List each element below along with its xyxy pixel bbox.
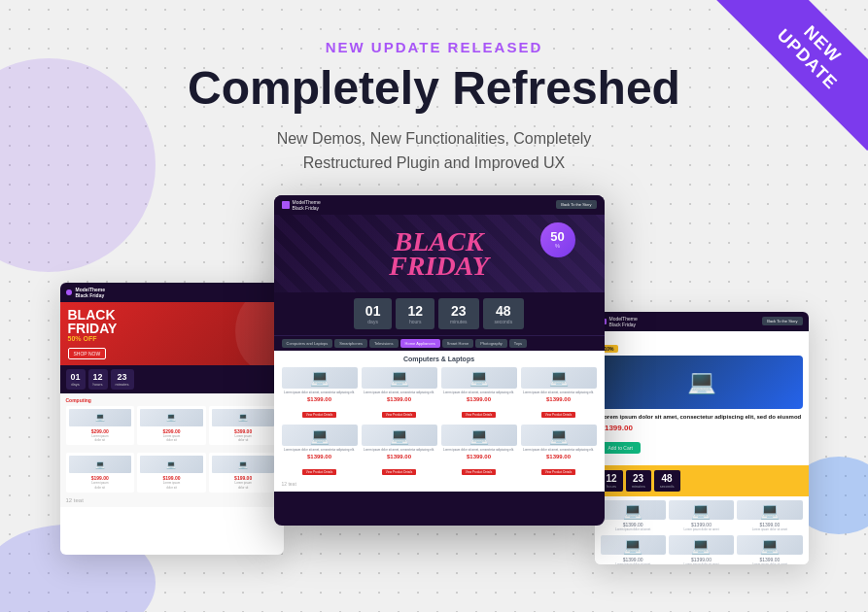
list-item: 💻 $299.00 Lorem ipsumdolor sit <box>66 406 135 445</box>
product-image: 💻 <box>69 456 132 473</box>
table-row: 💻 Lorem ipsum dolor sit amet, consectetu… <box>282 367 358 420</box>
view-product-btn[interactable]: View Product Details <box>462 412 497 418</box>
right-logo: ModelThemeBlack Friday <box>601 316 638 327</box>
right-product-image: 💻 <box>601 356 803 409</box>
screen-right: ModelThemeBlack Friday Back To the Story… <box>595 312 809 564</box>
product-image: 💻 <box>441 367 517 389</box>
product-image: 💻 <box>669 535 734 555</box>
view-product-btn[interactable]: View Product Details <box>302 412 337 418</box>
left-hero: BLACK FRIDAY 50% OFF SHOP NOW <box>60 302 284 365</box>
table-row: 💻 Lorem ipsum dolor sit amet, consectetu… <box>282 425 358 477</box>
center-countdown: 01 days 12 hours 23 minutes 48 seconds <box>274 292 605 335</box>
nav-item-televisions[interactable]: Televisions <box>369 339 399 348</box>
right-product-title: Lorem ipsum dolor sit amet, consectetur … <box>601 413 803 421</box>
countdown-minutes: 23 minutes <box>111 369 134 390</box>
nav-item-photo[interactable]: Photography <box>475 339 507 348</box>
product-image: 💻 <box>521 425 597 446</box>
table-row: 💻 Lorem ipsum dolor sit amet, consectetu… <box>362 425 437 477</box>
right-products-grid: 💻 $1399.00 Lorem ipsum dolor sit amet 💻 … <box>595 496 809 564</box>
center-section-title: Computers & Laptops <box>282 356 597 362</box>
left-hero-title: BLACK FRIDAY <box>68 308 118 335</box>
nav-item-toys[interactable]: Toys <box>509 339 527 348</box>
countdown-hours: 12 hours <box>88 369 108 390</box>
left-hero-badge: 50% OFF <box>68 335 118 342</box>
list-item: 💻 $199.00 Lorem ipsumdolor sit <box>209 453 278 492</box>
list-item: 💻 $299.00 Lorem ipsumdolor sit <box>137 406 206 445</box>
laptop-icon: 💻 <box>687 368 716 395</box>
view-product-btn[interactable]: View Product Details <box>382 412 417 418</box>
product-image: 💻 <box>212 456 275 473</box>
black-friday-text: BLACK friday <box>389 229 489 278</box>
table-row: 💻 Lorem ipsum dolor sit amet, consectetu… <box>362 367 437 420</box>
right-featured-product: 10% 💻 Lorem ipsum dolor sit amet, consec… <box>595 331 809 465</box>
table-row: 💻 Lorem ipsum dolor sit amet, consectetu… <box>441 367 517 420</box>
product-image: 💻 <box>362 367 437 389</box>
view-product-btn[interactable]: View Product Details <box>462 469 497 475</box>
center-hero-title: BLACK friday <box>389 229 489 278</box>
table-row: 💻 $1399.00 Lorem ipsum dolor sit amet <box>601 500 666 532</box>
product-image: 💻 <box>669 500 734 520</box>
add-to-cart-button[interactable]: Add to Cart <box>601 442 641 454</box>
table-row: 💻 Lorem ipsum dolor sit amet, consectetu… <box>521 425 597 477</box>
right-product-price: $1399.00 <box>601 424 803 432</box>
ribbon-text: NEW UPDATE <box>715 0 868 151</box>
table-row: 💻 $1399.00 Lorem ipsum dolor sit amet <box>669 500 734 532</box>
nav-item-smartphones[interactable]: Smartphones <box>334 339 367 348</box>
left-logo-text: ModelThemeBlack Friday <box>76 287 106 298</box>
left-shop-btn[interactable]: SHOP NOW <box>68 348 107 359</box>
subtitle: New Demos, New Functionalities, Complete… <box>221 126 648 176</box>
left-hero-text: BLACK FRIDAY 50% OFF SHOP NOW <box>68 308 118 359</box>
screenshots-container: ModelThemeBlack Friday BLACK FRIDAY 50% … <box>0 195 868 526</box>
center-top-bar: ModelTheme Black Friday Back To the Stor… <box>274 195 605 215</box>
product-image: 💻 <box>140 409 203 426</box>
product-image: 💻 <box>362 425 437 446</box>
view-product-btn[interactable]: View Product Details <box>382 469 417 475</box>
center-logo-name: ModelTheme Black Friday <box>293 199 321 211</box>
view-product-btn[interactable]: View Product Details <box>541 412 576 418</box>
product-image: 💻 <box>140 456 203 473</box>
right-countdown: 12 hours 23 minutes 48 seconds <box>595 465 809 496</box>
list-item: 💻 $399.00 Lorem ipsumdolor sit <box>209 406 278 445</box>
product-image: 💻 <box>212 409 275 426</box>
center-hero: BLACK friday 50 % <box>274 215 605 292</box>
product-image: 💻 <box>69 409 132 426</box>
center-countdown-seconds: 48 seconds <box>483 298 525 329</box>
right-logo-text: ModelThemeBlack Friday <box>609 316 638 327</box>
screen-center: ModelTheme Black Friday Back To the Stor… <box>274 195 605 526</box>
center-products-section: Computers & Laptops 💻 Lorem ipsum dolor … <box>274 351 605 492</box>
table-row: 💻 Lorem ipsum dolor sit amet, consectetu… <box>441 425 517 477</box>
right-back-button[interactable]: Back To the Story <box>762 317 802 325</box>
table-row: 💻 $1399.00 Lorem ipsum dolor sit amet <box>601 535 666 564</box>
nav-item-home[interactable]: Home Appliances <box>400 339 440 348</box>
view-product-btn[interactable]: View Product Details <box>541 469 576 475</box>
center-back-button[interactable]: Back To the Story <box>556 200 596 209</box>
right-countdown-minutes: 23 minutes <box>626 470 651 492</box>
product-image: 💻 <box>737 535 802 555</box>
left-screen-header: ModelThemeBlack Friday <box>60 283 284 302</box>
nav-item-smart[interactable]: Smart Home <box>442 339 473 348</box>
product-image: 💻 <box>282 367 358 389</box>
nav-item-computers[interactable]: Computers and Laptops <box>282 339 333 348</box>
product-image: 💻 <box>737 500 802 520</box>
countdown-days: 01 days <box>66 369 86 390</box>
product-image: 💻 <box>282 425 358 446</box>
product-image: 💻 <box>521 367 597 389</box>
product-image: 💻 <box>601 535 666 555</box>
left-product-grid: 💻 $299.00 Lorem ipsumdolor sit 💻 $299.00… <box>66 406 278 445</box>
center-countdown-days: 01 days <box>354 298 393 329</box>
table-row: 💻 Lorem ipsum dolor sit amet, consectetu… <box>521 367 597 420</box>
center-logo: ModelTheme Black Friday <box>282 199 321 211</box>
table-row: 💻 $1399.00 Lorem ipsum dolor sit amet <box>669 535 734 564</box>
center-countdown-minutes: 23 minutes <box>438 298 479 329</box>
center-badge: 50 % <box>540 222 575 257</box>
screen-left: ModelThemeBlack Friday BLACK FRIDAY 50% … <box>60 283 284 555</box>
left-product-grid-2: 💻 $199.00 Lorem ipsumdolor sit 💻 $199.00… <box>66 453 278 492</box>
left-category-label: Computing <box>66 397 278 403</box>
center-logo-icon <box>282 201 290 209</box>
product-image: 💻 <box>601 500 666 520</box>
right-countdown-seconds: 48 seconds <box>654 470 680 492</box>
list-item: 💻 $199.00 Lorem ipsumdolor sit <box>66 453 135 492</box>
view-product-btn[interactable]: View Product Details <box>302 469 337 475</box>
product-image: 💻 <box>441 425 517 446</box>
left-products-section: Computing 💻 $299.00 Lorem ipsumdolor sit… <box>60 393 284 507</box>
